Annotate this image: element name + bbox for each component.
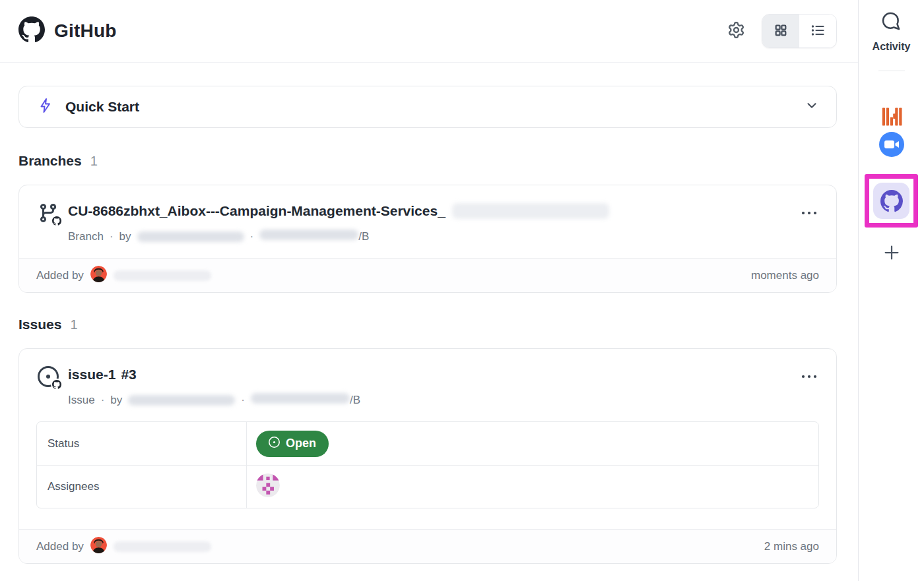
added-by-label: Added by [36,540,84,553]
dot-separator: · [241,394,245,407]
ellipsis-icon [801,208,818,218]
redacted-repo [259,229,358,240]
branches-title: Branches [18,153,82,169]
branch-title: CU-8686zbhxt_Aibox---Campaign-Management… [68,201,609,221]
assignee-identicon-avatar[interactable] [256,474,280,500]
app-bars-button[interactable] [879,104,904,131]
github-app-icon [873,183,909,219]
redacted-text [452,203,609,219]
added-by-label: Added by [36,269,84,282]
apps-sidebar: Activity [859,0,924,581]
status-badge[interactable]: Open [256,431,329,457]
issue-number: #3 [121,365,136,384]
redacted-author [128,395,235,406]
issue-opened-icon [38,366,59,387]
issues-title: Issues [18,317,61,332]
user-avatar [90,266,107,286]
gear-icon [728,22,744,40]
redacted-name [114,541,211,552]
issue-meta: Issue · by · /B [68,393,819,407]
redacted-repo [251,393,350,404]
orange-bars-icon [879,104,904,131]
issue-open-icon [269,437,280,451]
branches-section-header: Branches 1 [18,153,837,169]
branch-more-button[interactable] [799,204,819,222]
issue-fields-table: Status Open Assignees [36,421,819,508]
issue-more-button[interactable] [799,367,819,385]
activity-label: Activity [873,41,911,53]
brand: GitHub [18,16,117,46]
github-mini-icon [51,215,62,226]
github-logo-icon [18,16,45,46]
issue-card[interactable]: issue-1#3 Issue · by · [18,348,837,564]
main-panel: GitHub [0,0,859,581]
issue-timestamp: 2 mins ago [764,540,819,553]
user-avatar [90,537,107,557]
quick-start-bar[interactable]: Quick Start [18,86,837,128]
branches-count: 1 [90,154,98,169]
dot-separator: · [110,230,114,243]
redacted-name [114,270,211,281]
app-github-button[interactable] [873,183,909,219]
redacted-author [137,231,244,242]
branch-meta: Branch · by · /B [68,229,819,243]
issue-repo: /B [251,393,360,407]
assignees-label: Assignees [37,466,247,508]
chevron-down-icon[interactable] [805,98,819,115]
branch-card-footer: Added by moments ago [19,258,836,292]
quick-start-label: Quick Start [65,99,139,115]
settings-button[interactable] [725,19,747,43]
assignees-row: Assignees [37,465,818,508]
by-label: by [119,230,131,243]
add-app-button[interactable] [882,243,902,264]
app-header: GitHub [0,0,858,63]
github-integration-panel: GitHub [0,0,924,581]
app-zoom-button[interactable] [878,131,905,160]
dot-separator: · [250,230,254,243]
issues-count: 1 [70,317,77,332]
issue-type-label: Issue [68,394,95,407]
branch-card[interactable]: CU-8686zbhxt_Aibox---Campaign-Management… [18,185,837,293]
list-view-button[interactable] [799,15,836,47]
zoom-video-icon [878,131,905,160]
branch-type-label: Branch [68,230,104,243]
git-branch-icon [38,202,59,224]
github-app-highlight [865,174,918,228]
plus-icon [882,255,902,264]
by-label: by [110,394,122,407]
github-mini-icon [51,379,62,390]
activity-button[interactable]: Activity [873,11,911,53]
chat-bubble-icon [880,11,902,34]
grid-view-button[interactable] [762,15,799,47]
app-title: GitHub [54,20,117,42]
issue-title: issue-1#3 [68,365,137,384]
content-area: Quick Start Branches 1 [0,63,858,564]
status-label: Status [37,422,247,465]
view-toggle [762,14,837,48]
dot-separator: · [101,394,105,407]
header-actions [725,14,837,48]
lightning-icon [38,98,53,116]
issue-card-footer: Added by 2 mins ago [19,529,836,563]
ellipsis-icon [801,371,818,381]
branch-timestamp: moments ago [751,269,819,282]
sidebar-divider [878,71,905,71]
grid-icon [774,23,788,40]
branch-repo: /B [259,229,369,243]
issues-section-header: Issues 1 [18,317,837,332]
list-icon [810,22,826,40]
status-row: Status Open [37,422,818,465]
